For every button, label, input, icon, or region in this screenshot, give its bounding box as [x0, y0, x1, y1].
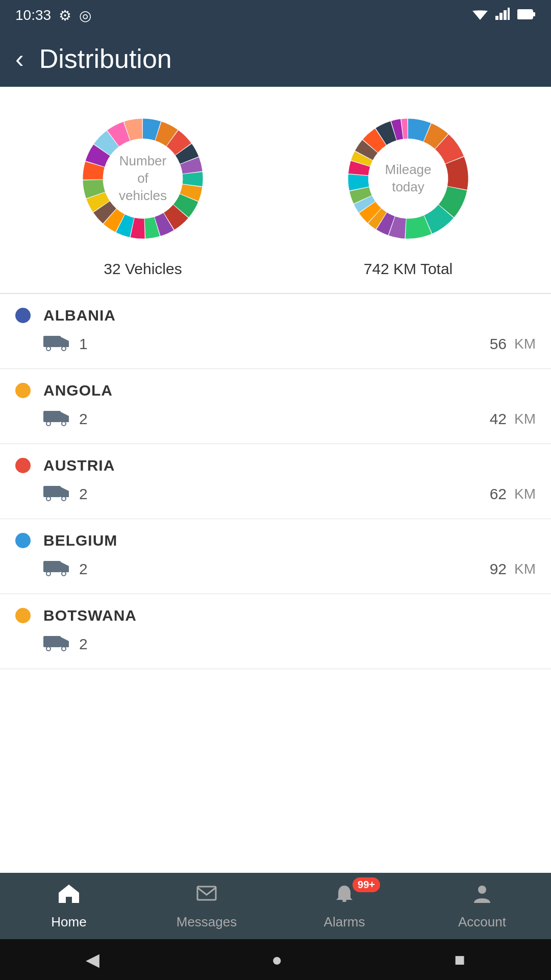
truck-icon — [43, 332, 69, 356]
vehicle-count: 2 — [79, 485, 88, 503]
truck-icon — [43, 482, 69, 506]
nav-item-account[interactable]: Account — [431, 883, 533, 930]
sys-back-button[interactable]: ◀ — [86, 949, 99, 970]
country-header: ALBANIA — [15, 307, 536, 324]
truck-icon — [43, 632, 69, 656]
country-detail: 2 62 KM — [15, 482, 536, 506]
nav-item-messages[interactable]: Messages — [156, 883, 258, 930]
vehicles-total: 32 Vehicles — [104, 260, 182, 278]
vehicle-count: 2 — [79, 560, 88, 578]
country-color-dot — [15, 608, 31, 623]
km-label: KM — [514, 561, 536, 577]
svg-point-45 — [478, 886, 486, 894]
svg-rect-44 — [342, 900, 346, 902]
vehicles-donut-svg — [71, 107, 214, 250]
svg-rect-18 — [43, 411, 61, 422]
status-left: 10:33 ⚙ ◎ — [15, 7, 91, 24]
country-name: AUSTRIA — [43, 457, 115, 474]
nav-item-home[interactable]: Home — [18, 883, 120, 930]
country-name: BELGIUM — [43, 532, 117, 549]
svg-point-29 — [62, 497, 65, 500]
home-label: Home — [51, 914, 86, 930]
status-right — [472, 7, 536, 23]
account-label: Account — [458, 914, 506, 930]
country-color-dot — [15, 308, 31, 323]
home-icon — [58, 883, 80, 910]
svg-rect-12 — [43, 336, 61, 347]
vehicle-count: 2 — [79, 410, 88, 428]
battery-icon — [517, 7, 536, 23]
country-item[interactable]: ANGOLA 2 — [0, 369, 551, 444]
country-header: BELGIUM — [15, 532, 536, 549]
svg-point-40 — [47, 647, 50, 650]
country-list: ALBANIA 1 — [0, 294, 551, 669]
svg-point-35 — [62, 572, 65, 575]
km-info: 56 KM — [490, 335, 536, 353]
country-detail: 1 56 KM — [15, 332, 536, 356]
country-header: AUSTRIA — [15, 457, 536, 474]
country-item[interactable]: BELGIUM 2 — [0, 519, 551, 594]
country-detail: 2 92 KM — [15, 557, 536, 581]
km-value: 42 — [490, 410, 507, 428]
svg-point-17 — [62, 347, 65, 350]
km-info: 92 KM — [490, 560, 536, 578]
km-value: 56 — [490, 335, 507, 353]
country-item[interactable]: ALBANIA 1 — [0, 294, 551, 369]
country-item[interactable]: AUSTRIA 2 — [0, 444, 551, 519]
svg-point-22 — [47, 422, 50, 425]
svg-point-34 — [47, 572, 50, 575]
svg-point-28 — [47, 497, 50, 500]
sys-recent-button[interactable]: ■ — [454, 949, 465, 970]
status-time: 10:33 — [15, 7, 51, 23]
account-icon — [471, 883, 493, 910]
bottom-nav: Home Messages 99+ Alarms Account — [0, 873, 551, 939]
km-label: KM — [514, 411, 536, 427]
main-content: Numberofvehicles 32 Vehicles Mileagetoda… — [0, 87, 551, 873]
detail-left: 2 — [43, 407, 88, 431]
svg-marker-42 — [59, 885, 79, 903]
country-color-dot — [15, 383, 31, 398]
detail-left: 2 — [43, 482, 88, 506]
svg-marker-31 — [61, 562, 69, 572]
country-name: BOTSWANA — [43, 607, 137, 624]
messages-label: Messages — [177, 914, 237, 930]
svg-marker-19 — [61, 412, 69, 422]
nav-item-alarms[interactable]: 99+ Alarms — [293, 883, 395, 930]
signal-icon — [495, 7, 510, 23]
country-header: ANGOLA — [15, 382, 536, 399]
svg-rect-5 — [504, 10, 507, 20]
km-value: 62 — [490, 485, 507, 503]
truck-icon — [43, 557, 69, 581]
country-detail: 2 — [15, 632, 536, 656]
mileage-donut-svg — [337, 107, 480, 250]
svg-marker-25 — [61, 487, 69, 497]
vehicle-count: 1 — [79, 335, 88, 353]
km-value: 92 — [490, 560, 507, 578]
svg-rect-30 — [43, 561, 61, 572]
svg-rect-6 — [508, 8, 510, 20]
detail-left: 2 — [43, 632, 88, 656]
svg-rect-36 — [43, 636, 61, 647]
country-detail: 2 42 KM — [15, 407, 536, 431]
km-label: KM — [514, 336, 536, 352]
svg-rect-9 — [533, 12, 535, 16]
mileage-chart: Mileagetoday 742 KM Total — [337, 107, 480, 278]
svg-rect-8 — [518, 10, 532, 18]
km-label: KM — [514, 486, 536, 502]
svg-marker-37 — [61, 637, 69, 647]
back-button[interactable]: ‹ — [15, 44, 24, 74]
svg-point-16 — [47, 347, 50, 350]
messages-icon — [195, 883, 218, 910]
country-item[interactable]: BOTSWANA 2 — [0, 594, 551, 669]
country-color-dot — [15, 533, 31, 548]
country-header: BOTSWANA — [15, 607, 536, 624]
svg-rect-24 — [43, 486, 61, 497]
svg-point-23 — [62, 422, 65, 425]
vehicle-count: 2 — [79, 635, 88, 653]
truck-icon — [43, 407, 69, 431]
km-info: 42 KM — [490, 410, 536, 428]
alarm-badge: 99+ — [353, 877, 380, 892]
sys-home-button[interactable]: ● — [271, 949, 282, 970]
charts-section: Numberofvehicles 32 Vehicles Mileagetoda… — [0, 87, 551, 293]
mileage-donut: Mileagetoday — [337, 107, 480, 250]
